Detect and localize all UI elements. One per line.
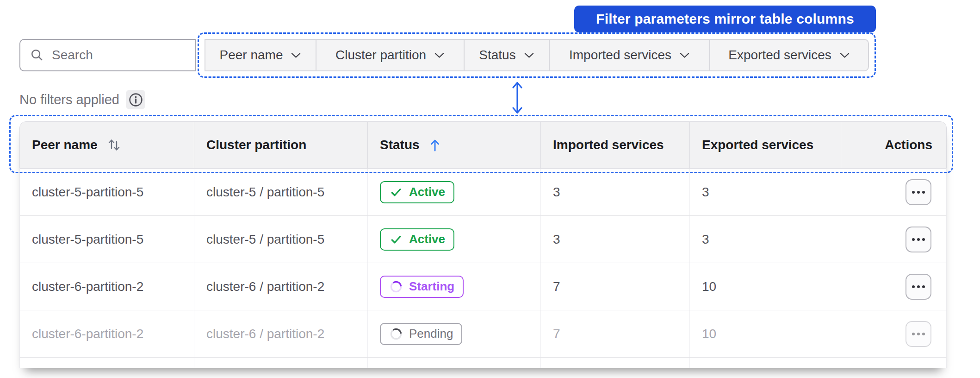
cell-imported-services: 7 <box>553 279 560 294</box>
cell-exported-services: 10 <box>702 327 716 341</box>
filter-dropdown-status[interactable]: Status <box>465 40 550 70</box>
status-badge-label: Active <box>409 185 445 199</box>
check-icon <box>389 233 403 246</box>
ellipsis-icon <box>912 333 915 335</box>
chevron-down-icon <box>679 52 690 59</box>
cell-imported-services: 3 <box>553 232 560 247</box>
status-badge-label: Starting <box>409 279 454 294</box>
column-header-actions: Actions <box>841 122 946 168</box>
row-actions-menu-button[interactable] <box>906 321 931 347</box>
filter-label: Imported services <box>569 48 671 63</box>
search-icon <box>30 48 44 63</box>
column-header-imported-services: Imported services <box>541 122 690 168</box>
cell-cluster-partition: cluster-6 / partition-2 <box>206 327 324 341</box>
filter-label: Peer name <box>220 48 283 63</box>
cell-peer-name: cluster-5-partition-5 <box>32 232 143 247</box>
cell-peer-name: cluster-5-partition-5 <box>32 185 143 200</box>
status-badge: Active <box>380 228 454 251</box>
table-row-partial <box>19 358 947 368</box>
spinner-icon <box>389 280 403 294</box>
filter-label: Exported services <box>728 48 831 63</box>
filters-status-text: No filters applied <box>19 92 119 107</box>
search-box <box>19 39 196 71</box>
spinner-icon <box>389 327 403 341</box>
cell-peer-name: cluster-6-partition-2 <box>32 279 143 294</box>
filter-label: Status <box>479 48 515 63</box>
table-row: cluster-5-partition-5 cluster-5 / partit… <box>19 216 947 263</box>
status-badge-label: Active <box>409 232 445 246</box>
table-row: cluster-6-partition-2 cluster-6 / partit… <box>19 310 947 358</box>
info-icon[interactable] <box>126 90 145 109</box>
row-actions-menu-button[interactable] <box>906 274 931 300</box>
ellipsis-icon <box>912 238 915 241</box>
table-body: cluster-5-partition-5 cluster-5 / partit… <box>19 169 947 358</box>
cell-cluster-partition: cluster-5 / partition-5 <box>206 232 324 247</box>
table-row: cluster-6-partition-2 cluster-6 / partit… <box>19 263 947 310</box>
status-badge: Starting <box>380 276 464 298</box>
peers-table-page: Filter parameters mirror table columns P… <box>0 0 980 378</box>
cell-imported-services: 7 <box>553 327 560 341</box>
filter-label: Cluster partition <box>335 48 426 63</box>
cell-cluster-partition: cluster-5 / partition-5 <box>206 185 324 200</box>
status-badge: Active <box>380 181 454 203</box>
filter-dropdown-cluster-partition[interactable]: Cluster partition <box>316 40 465 70</box>
filter-dropdown-exported-services[interactable]: Exported services <box>710 40 868 70</box>
chevron-down-icon <box>291 52 301 59</box>
filter-dropdown-peer-name[interactable]: Peer name <box>205 40 316 70</box>
status-badge-label: Pending <box>409 327 453 341</box>
check-icon <box>389 185 403 199</box>
ellipsis-icon <box>912 191 915 194</box>
table-header-row: Peer name Cluster partition Status Impor… <box>19 121 947 169</box>
ellipsis-icon <box>912 285 915 288</box>
search-input[interactable] <box>52 48 191 63</box>
row-actions-menu-button[interactable] <box>906 227 931 252</box>
cell-exported-services: 10 <box>702 279 716 294</box>
filter-dropdown-imported-services[interactable]: Imported services <box>550 40 710 70</box>
status-badge: Pending <box>380 323 462 345</box>
cell-cluster-partition: cluster-6 / partition-2 <box>206 279 324 294</box>
column-header-cluster-partition: Cluster partition <box>194 122 368 168</box>
row-actions-menu-button[interactable] <box>906 179 931 205</box>
cell-exported-services: 3 <box>702 185 709 200</box>
sort-ascending-icon <box>429 138 441 152</box>
chevron-down-icon <box>524 52 534 59</box>
cell-peer-name: cluster-6-partition-2 <box>32 327 143 341</box>
chevron-down-icon <box>434 52 445 59</box>
filter-bar: Peer name Cluster partition Status Impor… <box>205 39 869 71</box>
column-header-status[interactable]: Status <box>368 122 541 168</box>
peers-table: Peer name Cluster partition Status Impor… <box>19 121 947 368</box>
cell-exported-services: 3 <box>702 232 709 247</box>
mirror-arrow-icon <box>508 80 527 116</box>
column-header-exported-services: Exported services <box>690 122 841 168</box>
cell-imported-services: 3 <box>553 185 560 200</box>
table-row: cluster-5-partition-5 cluster-5 / partit… <box>19 169 947 216</box>
column-header-peer-name[interactable]: Peer name <box>20 122 194 168</box>
annotation-callout: Filter parameters mirror table columns <box>574 6 876 32</box>
sort-unsorted-icon <box>107 137 122 153</box>
filters-status: No filters applied <box>19 90 145 109</box>
chevron-down-icon <box>839 52 850 59</box>
